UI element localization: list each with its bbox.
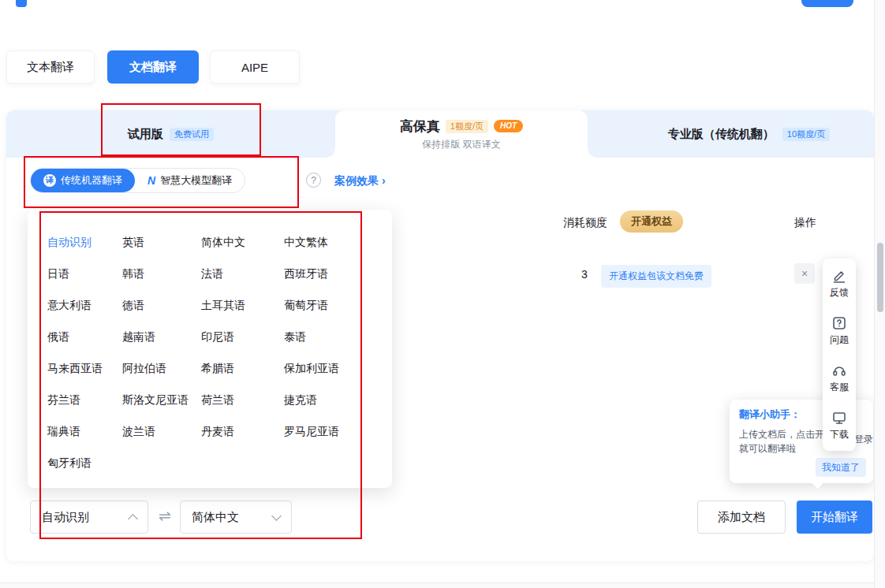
language-option[interactable]: 希腊语	[201, 362, 284, 376]
plan-tab-hifi[interactable]: 高保真 1额度/页 HOT 保持排版 双语译文	[335, 110, 588, 158]
language-option[interactable]: 法语	[201, 267, 284, 281]
floating-help-menu: 反馈 问题 客服 下载	[823, 259, 856, 451]
tab-aipe[interactable]: AIPE	[210, 50, 300, 84]
app-window: 文本翻译 文档翻译 AIPE 试用版 免费试用 高保真 1额度/页 HOT 保持…	[0, 0, 885, 588]
mode-traditional-mt[interactable]: 译 传统机器翻译	[31, 169, 135, 192]
target-language-value: 简体中文	[192, 510, 239, 525]
language-option[interactable]: 德语	[122, 299, 201, 313]
download-label: 下载	[830, 428, 849, 441]
language-option[interactable]: 斯洛文尼亚语	[122, 393, 201, 408]
hifi-price-badge: 1额度/页	[446, 120, 488, 133]
logo-fragment	[16, 0, 27, 7]
case-examples-link[interactable]: 案例效果 ›	[334, 174, 386, 188]
trial-free-badge: 免费试用	[170, 128, 214, 141]
hifi-title: 高保真	[400, 117, 440, 136]
vertical-scrollbar[interactable]	[874, 0, 885, 588]
horizontal-scrollbar[interactable]	[0, 582, 874, 588]
chevron-down-icon	[271, 511, 282, 521]
feedback-button[interactable]: 反馈	[830, 268, 849, 300]
customer-service-label: 客服	[830, 381, 849, 394]
login-text-fragment: 登录	[854, 433, 873, 446]
language-option[interactable]: 保加利亚语	[284, 362, 392, 376]
tab-text-translate[interactable]: 文本翻译	[6, 50, 95, 84]
language-option[interactable]: 自动识别	[47, 236, 122, 250]
pro-price-badge: 10额度/页	[782, 128, 830, 141]
quota-value: 3	[581, 268, 588, 281]
language-option[interactable]: 越南语	[122, 330, 201, 344]
language-option[interactable]: 印尼语	[201, 330, 284, 344]
mode-llm[interactable]: N 智慧大模型翻译	[135, 169, 245, 192]
language-option[interactable]: 瑞典语	[47, 425, 122, 439]
action-header: 操作	[794, 216, 816, 230]
monitor-icon	[831, 410, 847, 426]
assistant-tooltip-line2: 就可以翻译啦	[739, 442, 796, 456]
language-option[interactable]: 马来西亚语	[47, 362, 122, 376]
free-note-tag[interactable]: 开通权益包该文档免费	[601, 265, 711, 288]
hot-badge: HOT	[494, 120, 523, 132]
language-option[interactable]: 中文繁体	[284, 236, 392, 250]
language-option[interactable]: 西班牙语	[284, 267, 392, 281]
swap-languages-icon[interactable]: ⇌	[153, 507, 177, 525]
trial-title: 试用版	[128, 127, 163, 142]
edit-pencil-icon	[831, 268, 847, 284]
language-option[interactable]: 匈牙利语	[47, 456, 122, 471]
assistant-tooltip-line1: 上传文档后，点击开	[739, 428, 824, 441]
language-option[interactable]: 韩语	[122, 267, 201, 281]
customer-service-button[interactable]: 客服	[830, 363, 849, 394]
vertical-scrollbar-thumb[interactable]	[877, 243, 883, 312]
target-language-select[interactable]: 简体中文	[180, 501, 292, 534]
language-option[interactable]: 泰语	[284, 330, 392, 344]
language-option[interactable]: 芬兰语	[47, 393, 122, 408]
chevron-up-icon	[128, 514, 138, 524]
feedback-label: 反馈	[830, 286, 849, 300]
download-button[interactable]: 下载	[830, 410, 849, 441]
language-option[interactable]: 波兰语	[122, 425, 201, 439]
mode-traditional-label: 传统机器翻译	[61, 173, 122, 188]
mode-toggle: 译 传统机器翻译 N 智慧大模型翻译	[30, 168, 245, 193]
activate-benefit-button[interactable]: 开通权益	[620, 210, 683, 233]
help-icon[interactable]: ?	[306, 173, 321, 188]
remove-document-button[interactable]: ×	[794, 263, 815, 284]
mode-llm-label: 智慧大模型翻译	[160, 173, 232, 188]
language-option[interactable]: 日语	[47, 267, 122, 281]
language-option[interactable]: 简体中文	[201, 236, 284, 250]
source-language-select[interactable]: 自动识别	[30, 501, 148, 534]
add-document-button[interactable]: 添加文档	[697, 501, 786, 534]
topbar-button-fragment[interactable]	[801, 0, 853, 7]
language-option[interactable]: 阿拉伯语	[122, 362, 201, 376]
language-dropdown-panel: 自动识别英语简体中文中文繁体日语韩语法语西班牙语意大利语德语土耳其语葡萄牙语俄语…	[28, 210, 392, 488]
language-option[interactable]: 葡萄牙语	[284, 299, 392, 313]
source-language-value: 自动识别	[42, 510, 89, 525]
language-option[interactable]: 俄语	[47, 330, 122, 344]
language-option[interactable]: 英语	[122, 236, 201, 250]
question-label: 问题	[830, 333, 849, 347]
ai-model-icon: N	[148, 174, 155, 187]
plan-tab-pro[interactable]: 专业版（传统机翻） 10额度/页	[588, 110, 874, 158]
question-icon	[831, 315, 847, 331]
got-it-button[interactable]: 我知道了	[816, 458, 866, 477]
headset-icon	[831, 363, 847, 378]
tab-doc-translate[interactable]: 文档翻译	[107, 50, 199, 84]
quota-header: 消耗额度	[563, 216, 607, 230]
translate-icon: 译	[43, 174, 56, 187]
language-option[interactable]: 荷兰语	[201, 393, 284, 408]
plan-tab-trial[interactable]: 试用版 免费试用	[6, 110, 335, 158]
language-option[interactable]: 意大利语	[47, 299, 122, 313]
language-option[interactable]: 土耳其语	[201, 299, 284, 313]
language-option[interactable]: 丹麦语	[201, 425, 284, 439]
language-option[interactable]: 捷克语	[284, 393, 392, 408]
language-grid: 自动识别英语简体中文中文繁体日语韩语法语西班牙语意大利语德语土耳其语葡萄牙语俄语…	[28, 210, 392, 479]
language-option[interactable]: 罗马尼亚语	[284, 425, 392, 439]
start-translate-button[interactable]: 开始翻译	[797, 501, 872, 534]
pro-title: 专业版（传统机翻）	[668, 127, 775, 142]
hifi-subtitle: 保持排版 双语译文	[422, 138, 500, 151]
question-button[interactable]: 问题	[830, 315, 849, 347]
